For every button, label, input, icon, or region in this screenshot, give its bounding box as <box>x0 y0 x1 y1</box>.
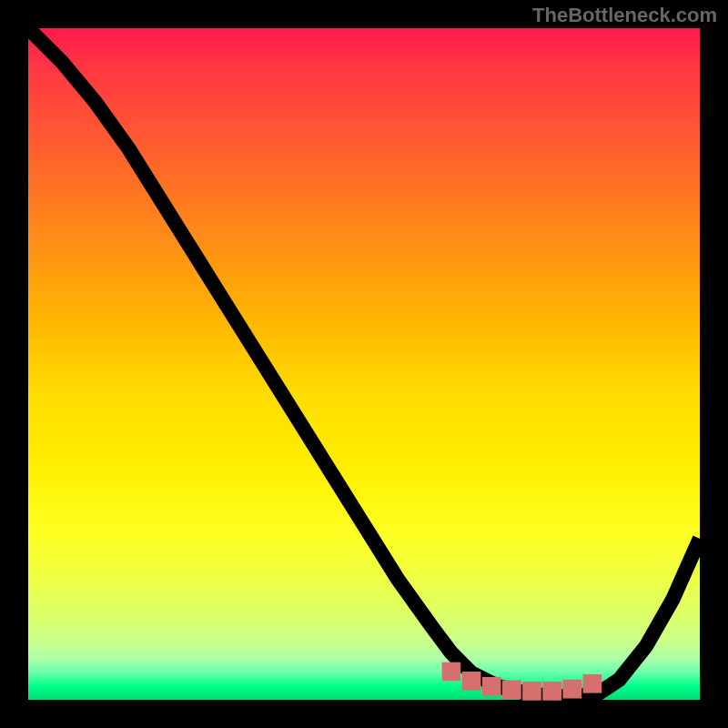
watermark-text: TheBottleneck.com <box>532 4 717 27</box>
marker-point <box>526 685 538 697</box>
marker-point <box>566 683 578 695</box>
marker-point <box>486 681 498 693</box>
marker-point <box>506 683 518 695</box>
marker-point <box>465 675 477 687</box>
marker-point <box>546 685 558 697</box>
bottleneck-curve <box>28 28 700 696</box>
chart-svg <box>28 28 700 700</box>
marker-point <box>586 678 598 690</box>
marker-point <box>445 665 457 677</box>
chart-container: TheBottleneck.com <box>0 0 728 728</box>
